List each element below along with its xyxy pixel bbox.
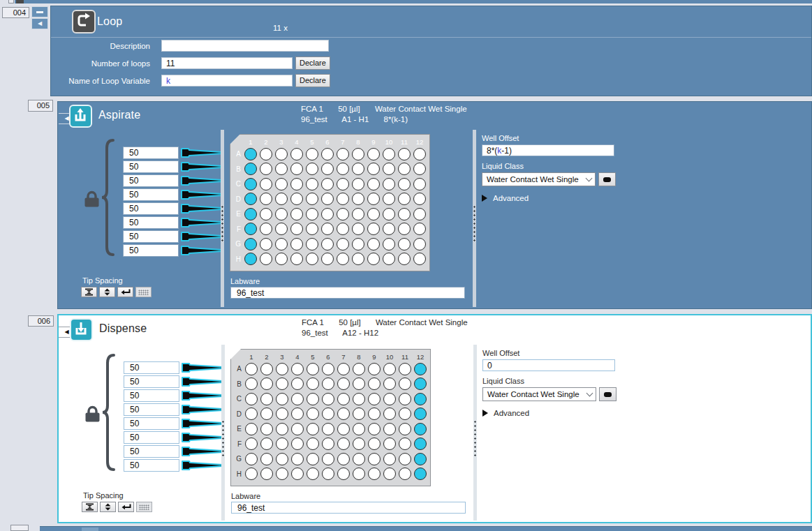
well-C5[interactable] (305, 391, 320, 407)
well-B1[interactable] (243, 162, 258, 177)
well-E5[interactable] (305, 421, 320, 437)
well-E10[interactable] (382, 421, 397, 437)
well-D7[interactable] (336, 407, 351, 422)
well-H9[interactable] (367, 467, 382, 482)
well-A3[interactable] (274, 147, 289, 162)
well-F2[interactable] (258, 222, 274, 237)
well-C4[interactable] (289, 177, 304, 192)
well-A6[interactable] (320, 147, 335, 162)
step-number-005[interactable]: 005 (28, 100, 53, 112)
well-C10[interactable] (382, 391, 397, 407)
well-G3[interactable] (274, 237, 289, 252)
well-offset-input[interactable]: 0 (482, 359, 615, 371)
volume-input[interactable]: 50 (123, 202, 179, 215)
well-E4[interactable] (290, 421, 305, 437)
volume-input[interactable]: 50 (123, 216, 179, 229)
well-D4[interactable] (289, 192, 304, 207)
well-D5[interactable] (305, 407, 320, 422)
tip-spacing-compress-button[interactable] (82, 502, 98, 512)
well-H5[interactable] (305, 467, 320, 482)
group-remove-button[interactable] (31, 6, 48, 17)
advanced-expander[interactable]: Advanced (482, 194, 811, 202)
well-G11[interactable] (397, 237, 412, 252)
well-C2[interactable] (259, 391, 274, 407)
well-G7[interactable] (336, 451, 351, 467)
well-C8[interactable] (350, 177, 366, 192)
well-G4[interactable] (290, 451, 305, 467)
well-F11[interactable] (397, 222, 412, 237)
well-E8[interactable] (351, 421, 367, 437)
liquid-class-editor-button[interactable] (598, 172, 616, 186)
advanced-expander[interactable]: Advanced (482, 409, 811, 417)
well-D10[interactable] (381, 192, 397, 207)
well-A9[interactable] (366, 147, 381, 162)
well-G10[interactable] (382, 451, 397, 467)
well-D2[interactable] (259, 407, 274, 422)
well-H4[interactable] (290, 467, 305, 482)
well-B8[interactable] (350, 162, 366, 177)
well-B5[interactable] (304, 162, 320, 177)
well-F1[interactable] (244, 437, 259, 452)
well-H9[interactable] (366, 252, 381, 267)
well-H12[interactable] (412, 252, 427, 267)
well-H10[interactable] (381, 252, 397, 267)
well-B7[interactable] (336, 377, 351, 392)
well-F10[interactable] (382, 437, 397, 452)
well-D6[interactable] (320, 407, 336, 422)
well-C6[interactable] (320, 177, 335, 192)
well-H5[interactable] (304, 252, 320, 267)
well-A5[interactable] (304, 147, 320, 162)
well-C12[interactable] (413, 391, 428, 407)
well-A9[interactable] (367, 361, 382, 377)
well-H7[interactable] (336, 467, 351, 482)
well-C9[interactable] (367, 391, 382, 407)
lock-icon[interactable] (83, 190, 101, 208)
well-G3[interactable] (274, 451, 290, 467)
tip-spacing-compress-button[interactable] (81, 287, 97, 297)
volume-input[interactable]: 50 (123, 174, 179, 187)
well-B6[interactable] (320, 377, 336, 392)
well-E8[interactable] (350, 207, 366, 222)
liquid-class-dropdown[interactable]: Water Contact Wet Single (482, 387, 596, 401)
well-E7[interactable] (335, 207, 350, 222)
well-B11[interactable] (397, 377, 413, 392)
well-E4[interactable] (289, 207, 304, 222)
well-A5[interactable] (305, 361, 320, 377)
lock-icon[interactable] (84, 405, 101, 423)
well-F11[interactable] (397, 437, 413, 452)
volume-input[interactable]: 50 (123, 147, 179, 159)
well-G2[interactable] (259, 451, 274, 467)
well-F9[interactable] (367, 437, 382, 452)
well-H1[interactable] (243, 252, 258, 267)
tip-spacing-expand-button[interactable] (100, 502, 116, 512)
declare-loops-button[interactable]: Declare (295, 57, 330, 70)
well-A2[interactable] (259, 361, 274, 377)
well-E7[interactable] (336, 421, 351, 437)
well-F10[interactable] (381, 222, 397, 237)
aspirate-block[interactable]: ◀ Aspirate FCA 1 50 [µl] Water Contact W… (57, 101, 812, 309)
well-C2[interactable] (258, 177, 274, 192)
well-C10[interactable] (381, 177, 397, 192)
well-G4[interactable] (289, 237, 304, 252)
well-G1[interactable] (243, 237, 258, 252)
well-C6[interactable] (320, 391, 336, 407)
well-D1[interactable] (244, 407, 259, 422)
well-A4[interactable] (289, 147, 304, 162)
labware-input[interactable]: 96_test (231, 502, 466, 514)
well-C12[interactable] (412, 177, 427, 192)
well-E11[interactable] (397, 421, 413, 437)
well-E2[interactable] (259, 421, 274, 437)
well-D8[interactable] (351, 407, 367, 422)
tip-spacing-reset-button[interactable] (118, 502, 134, 512)
liquid-class-dropdown[interactable]: Water Contact Wet Single (482, 172, 596, 186)
well-B4[interactable] (289, 162, 304, 177)
well-B10[interactable] (381, 162, 397, 177)
volume-input[interactable]: 50 (123, 188, 179, 201)
well-A12[interactable] (413, 361, 428, 377)
well-F12[interactable] (412, 222, 427, 237)
well-C7[interactable] (335, 177, 350, 192)
well-D9[interactable] (366, 192, 381, 207)
volume-input[interactable]: 50 (124, 361, 179, 374)
well-B1[interactable] (244, 377, 259, 392)
collapse-button[interactable]: ◀ (31, 18, 48, 29)
